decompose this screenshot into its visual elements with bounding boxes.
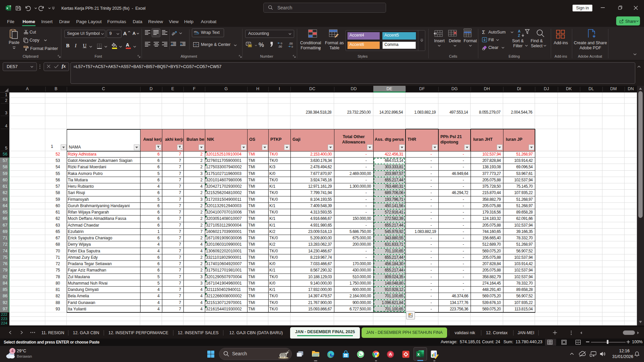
svg-text:x: x	[6, 6, 8, 10]
svg-text:x: x	[417, 352, 420, 357]
svg-text:.00: .00	[289, 42, 293, 45]
svg-text:Z: Z	[518, 34, 520, 38]
svg-text:0: 0	[291, 45, 293, 48]
svg-text:.00: .00	[278, 45, 282, 48]
svg-text:ab: ab	[194, 30, 197, 33]
svg-text:A: A	[518, 29, 521, 33]
